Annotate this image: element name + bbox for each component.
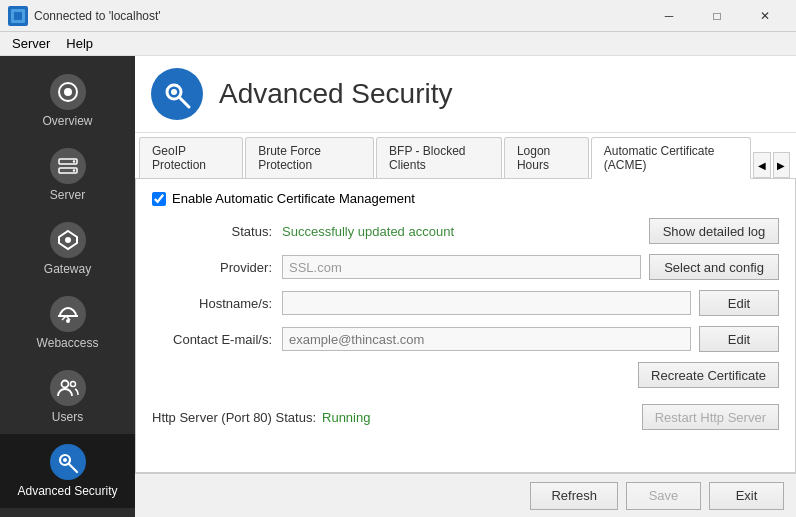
email-field [282,327,691,351]
server-icon [50,148,86,184]
email-edit-action: Edit [699,326,779,352]
main-layout: Overview Server Gateway [0,56,796,517]
sidebar-item-overview[interactable]: Overview [0,64,135,138]
hostname-row: Hostname/s: Edit [152,290,779,316]
svg-point-11 [66,319,70,323]
svg-point-10 [65,237,71,243]
advanced-security-icon [50,444,86,480]
titlebar: Connected to 'localhost' ─ □ ✕ [0,0,796,32]
sidebar-label-users: Users [52,410,83,424]
svg-point-17 [171,89,177,95]
enable-acme-label[interactable]: Enable Automatic Certificate Management [172,191,415,206]
webaccess-icon [50,296,86,332]
tab-geoip[interactable]: GeoIP Protection [139,137,243,178]
bottom-bar: Refresh Save Exit [135,473,796,517]
tab-brute-force[interactable]: Brute Force Protection [245,137,374,178]
menubar: Server Help [0,32,796,56]
recreate-cert-button[interactable]: Recreate Certificate [638,362,779,388]
status-value: Successfully updated account [282,221,454,242]
sidebar-label-overview: Overview [42,114,92,128]
select-config-button[interactable]: Select and config [649,254,779,280]
sidebar-item-gateway[interactable]: Gateway [0,212,135,286]
gateway-icon [50,222,86,258]
tab-acme[interactable]: Automatic Certificate (ACME) [591,137,751,179]
sidebar-label-webaccess: Webaccess [37,336,99,350]
hostname-label: Hostname/s: [152,296,282,311]
recreate-row: Recreate Certificate [152,362,779,388]
hostname-edit-action: Edit [699,290,779,316]
restart-http-button[interactable]: Restart Http Server [642,404,779,430]
users-icon [50,370,86,406]
svg-point-13 [70,382,75,387]
close-button[interactable]: ✕ [742,0,788,32]
sidebar-item-advanced-security[interactable]: Advanced Security [0,434,135,508]
hostname-input[interactable] [282,291,691,315]
sidebar-item-users[interactable]: Users [0,360,135,434]
show-log-button[interactable]: Show detailed log [649,218,779,244]
svg-rect-2 [14,12,22,20]
email-input[interactable] [282,327,691,351]
select-config-action: Select and config [649,254,779,280]
provider-input[interactable] [282,255,641,279]
provider-label: Provider: [152,260,282,275]
email-edit-button[interactable]: Edit [699,326,779,352]
provider-row: Provider: Select and config [152,254,779,280]
svg-point-15 [63,458,67,462]
sidebar-label-gateway: Gateway [44,262,91,276]
http-status-label: Http Server (Port 80) Status: [152,410,316,425]
sidebar-label-server: Server [50,188,85,202]
tab-logon-hours[interactable]: Logon Hours [504,137,589,178]
menu-help[interactable]: Help [58,34,101,53]
tab-scroll-left[interactable]: ◀ [753,152,770,178]
app-icon [8,6,28,26]
hostname-edit-button[interactable]: Edit [699,290,779,316]
email-row: Contact E-mail/s: Edit [152,326,779,352]
show-log-action: Show detailed log [649,218,779,244]
status-field: Successfully updated account [282,224,641,239]
status-label: Status: [152,224,282,239]
overview-icon [50,74,86,110]
menu-server[interactable]: Server [4,34,58,53]
save-button[interactable]: Save [626,482,701,510]
sidebar-item-webaccess[interactable]: Webaccess [0,286,135,360]
tab-scroll-right[interactable]: ▶ [773,152,790,178]
email-label: Contact E-mail/s: [152,332,282,347]
sidebar-label-advanced-security: Advanced Security [17,484,117,498]
form-area: Enable Automatic Certificate Management … [135,179,796,473]
hostname-field [282,291,691,315]
minimize-button[interactable]: ─ [646,0,692,32]
refresh-button[interactable]: Refresh [530,482,618,510]
sidebar-item-server[interactable]: Server [0,138,135,212]
http-status-row: Http Server (Port 80) Status: Running Re… [152,404,779,430]
svg-point-8 [72,169,74,171]
enable-acme-checkbox[interactable] [152,192,166,206]
provider-field [282,255,641,279]
maximize-button[interactable]: □ [694,0,740,32]
svg-point-7 [72,160,74,162]
content-area: Advanced Security GeoIP Protection Brute… [135,56,796,517]
enable-checkbox-row: Enable Automatic Certificate Management [152,191,779,206]
http-status-value: Running [322,410,642,425]
window-title: Connected to 'localhost' [34,9,646,23]
page-icon [151,68,203,120]
svg-point-12 [61,381,68,388]
window-controls: ─ □ ✕ [646,0,788,32]
page-header: Advanced Security [135,56,796,133]
tab-bfp-blocked[interactable]: BFP - Blocked Clients [376,137,502,178]
svg-point-4 [64,88,72,96]
status-row: Status: Successfully updated account Sho… [152,218,779,244]
exit-button[interactable]: Exit [709,482,784,510]
sidebar: Overview Server Gateway [0,56,135,517]
page-title: Advanced Security [219,78,452,110]
tabs-container: GeoIP Protection Brute Force Protection … [135,133,796,179]
